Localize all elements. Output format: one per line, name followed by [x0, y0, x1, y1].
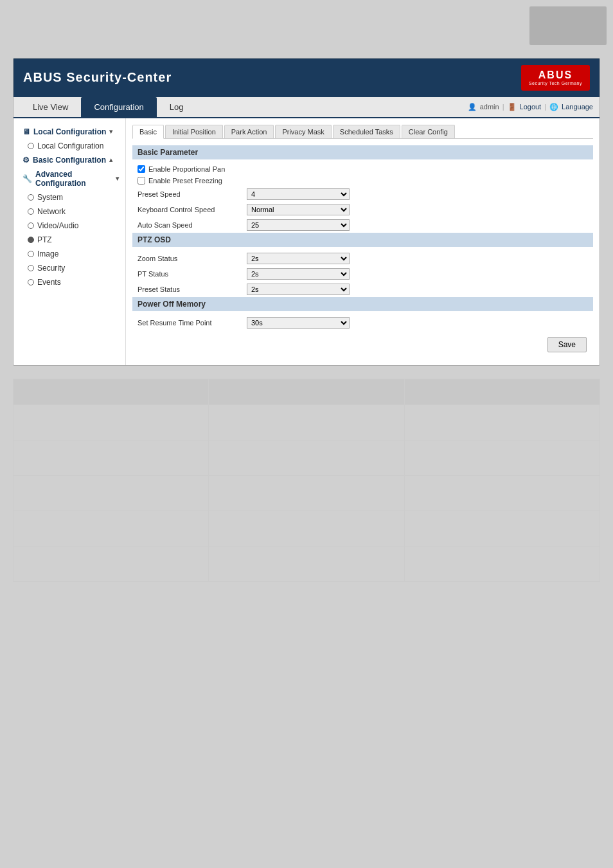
sub-tab-privacy-mask[interactable]: Privacy Mask [275, 125, 331, 138]
zoom-status-select[interactable]: 2s Off5s10s [247, 253, 350, 264]
table-cell [209, 379, 404, 404]
nav-tabs: Live View Configuration Log 👤 admin | 🚪 … [13, 97, 600, 118]
tab-log[interactable]: Log [157, 97, 197, 117]
top-right-box [529, 6, 607, 45]
table-cell [404, 475, 600, 511]
table-cell [209, 404, 404, 440]
sidebar-label-basic-config: Basic Configuration [33, 156, 106, 165]
enable-preset-freezing-checkbox[interactable] [138, 177, 145, 185]
radio-events-icon [28, 279, 34, 285]
header-bar: ABUS Security-Center ABUS Security Tech … [13, 59, 600, 97]
set-resume-time-point-row: Set Resume Time Point 30s 20s60s120s300s [132, 315, 593, 330]
sidebar-label-video-audio: Video/Audio [37, 221, 79, 230]
radio-image-icon [28, 251, 34, 257]
sub-tab-scheduled-tasks[interactable]: Scheduled Tasks [333, 125, 400, 138]
pt-status-select[interactable]: 2s Off5s10s [247, 268, 350, 280]
sidebar-item-local-config-header[interactable]: 🖥 Local Configuration ▾ [13, 125, 125, 139]
bottom-table [13, 379, 600, 582]
language-link[interactable]: Language [562, 103, 593, 111]
radio-security-icon [28, 265, 34, 271]
table-cell [404, 379, 600, 404]
enable-proportional-pan-checkbox[interactable] [138, 165, 145, 173]
main-panel: Basic Initial Position Park Action Priva… [126, 118, 600, 365]
main-container: ABUS Security-Center ABUS Security Tech … [13, 58, 600, 366]
table-cell [404, 440, 600, 475]
logout-icon: 🚪 [508, 103, 517, 111]
sub-tab-park-action[interactable]: Park Action [224, 125, 274, 138]
table-cell [404, 404, 600, 440]
chevron-down-icon-adv: ▾ [116, 175, 119, 182]
auto-scan-speed-label: Auto Scan Speed [138, 221, 240, 229]
sidebar-label-system: System [37, 193, 63, 202]
username: admin [480, 103, 499, 111]
enable-proportional-pan-label: Enable Proportional Pan [148, 165, 225, 173]
table-cell [209, 440, 404, 475]
pt-status-label: PT Status [138, 270, 240, 278]
sidebar-item-network[interactable]: Network [13, 204, 125, 219]
sidebar-label-advanced-config: Advanced Configuration [35, 170, 112, 188]
table-cell [209, 511, 404, 546]
sidebar-label-local-config-sub: Local Configuration [37, 141, 103, 150]
preset-status-label: Preset Status [138, 285, 240, 293]
sidebar-item-video-audio[interactable]: Video/Audio [13, 219, 125, 233]
abus-logo: ABUS Security Tech Germany [521, 65, 590, 91]
table-cell [13, 511, 209, 546]
tab-live-view[interactable]: Live View [20, 97, 81, 117]
preset-speed-select[interactable]: 4 123 5678 [247, 188, 350, 200]
abus-logo-text: ABUS [538, 69, 573, 81]
table-cell [13, 546, 209, 581]
sidebar-item-system[interactable]: System [13, 190, 125, 204]
table-row [13, 440, 600, 475]
sidebar-item-advanced-config[interactable]: 🔧 Advanced Configuration ▾ [13, 167, 125, 190]
table-row [13, 404, 600, 440]
monitor-icon: 🖥 [22, 127, 30, 136]
table-cell [404, 511, 600, 546]
basic-parameter-header: Basic Parameter [132, 145, 593, 159]
auto-scan-speed-select[interactable]: 25 151015 20303540 [247, 219, 350, 231]
preset-status-row: Preset Status 2s Off5s10s [132, 282, 593, 297]
wrench-icon: 🔧 [22, 174, 32, 183]
sidebar-item-events[interactable]: Events [13, 275, 125, 289]
logout-link[interactable]: Logout [520, 103, 542, 111]
preset-status-select[interactable]: 2s Off5s10s [247, 284, 350, 295]
tab-configuration[interactable]: Configuration [81, 97, 156, 117]
power-off-memory-header: Power Off Memory [132, 297, 593, 311]
chevron-down-icon: ▾ [109, 128, 112, 135]
sidebar: 🖥 Local Configuration ▾ Local Configurat… [13, 118, 126, 365]
pt-status-row: PT Status 2s Off5s10s [132, 266, 593, 282]
ptz-osd-header: PTZ OSD [132, 233, 593, 247]
user-icon: 👤 [468, 103, 477, 111]
sidebar-item-security[interactable]: Security [13, 261, 125, 275]
set-resume-time-point-select[interactable]: 30s 20s60s120s300s [247, 317, 350, 329]
language-icon: 🌐 [549, 103, 558, 111]
gear-icon: ⚙ [22, 156, 30, 165]
save-btn-row: Save [132, 330, 593, 359]
radio-icon [28, 143, 34, 149]
sub-tab-basic[interactable]: Basic [132, 125, 164, 139]
sub-tabs: Basic Initial Position Park Action Priva… [132, 125, 593, 139]
save-button[interactable]: Save [547, 337, 587, 352]
enable-preset-freezing-row: Enable Preset Freezing [132, 175, 593, 186]
table-row [13, 511, 600, 546]
enable-preset-freezing-label: Enable Preset Freezing [148, 177, 222, 185]
sidebar-label-security: Security [37, 264, 65, 273]
sidebar-item-image[interactable]: Image [13, 247, 125, 261]
sidebar-item-ptz[interactable]: PTZ [13, 233, 125, 247]
keyboard-control-speed-row: Keyboard Control Speed Normal SlowFast [132, 202, 593, 217]
keyboard-control-speed-label: Keyboard Control Speed [138, 206, 240, 213]
sidebar-item-local-config-sub[interactable]: Local Configuration [13, 139, 125, 153]
set-resume-time-point-label: Set Resume Time Point [138, 319, 240, 327]
preset-speed-label: Preset Speed [138, 190, 240, 198]
zoom-status-label: Zoom Status [138, 255, 240, 262]
sub-tab-clear-config[interactable]: Clear Config [402, 125, 455, 138]
keyboard-control-speed-select[interactable]: Normal SlowFast [247, 204, 350, 215]
abus-logo-sub: Security Tech Germany [529, 81, 582, 86]
radio-system-icon [28, 194, 34, 201]
sub-tab-initial-position[interactable]: Initial Position [165, 125, 223, 138]
table-cell [404, 546, 600, 581]
sidebar-item-basic-config[interactable]: ⚙ Basic Configuration ▴ [13, 153, 125, 167]
chevron-up-icon: ▴ [109, 156, 112, 163]
table-cell [13, 404, 209, 440]
sidebar-label-events: Events [37, 278, 61, 287]
radio-video-icon [28, 222, 34, 229]
